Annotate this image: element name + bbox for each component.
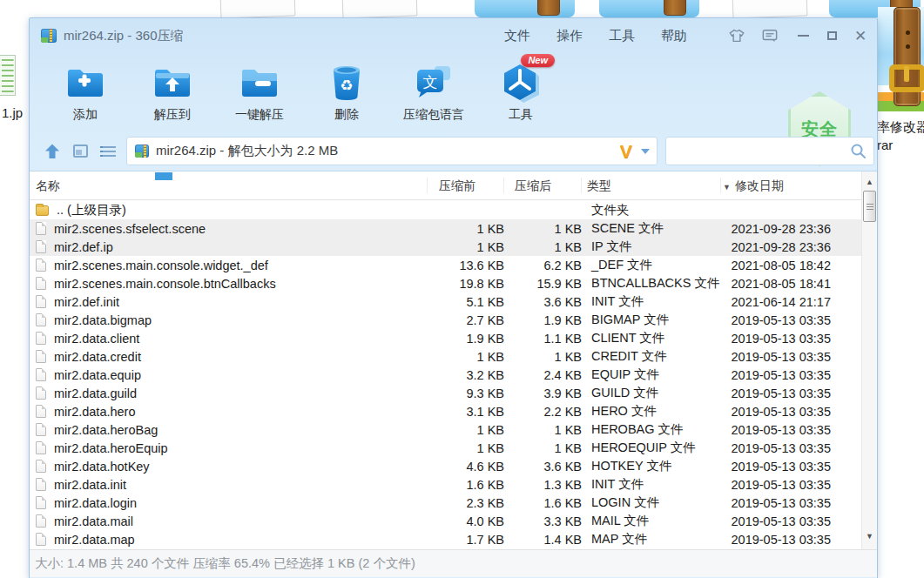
file-row[interactable]: mir2.data.map 1.7 KB 1.4 KB MAP 文件 2019-… bbox=[30, 530, 861, 548]
file-type-icon bbox=[36, 533, 46, 546]
file-name: mir2.data.credit bbox=[54, 350, 141, 364]
column-header-type[interactable]: 类型 bbox=[582, 178, 721, 193]
file-date: 2019-05-13 03:35 bbox=[721, 368, 831, 382]
file-size-after: 3.6 KB bbox=[504, 460, 582, 474]
file-type: EQUIP 文件 bbox=[582, 366, 721, 383]
file-type: HEROEQUIP 文件 bbox=[582, 440, 721, 456]
list-view-button[interactable] bbox=[98, 142, 118, 161]
skin-icon[interactable] bbox=[729, 28, 745, 44]
svg-text:♻: ♻ bbox=[340, 77, 353, 94]
menu-help[interactable]: 帮助 bbox=[661, 28, 687, 44]
toolbar: 添加 解压到 一键解压 bbox=[30, 53, 877, 131]
file-row[interactable]: mir2.data.credit 1 KB 1 KB CREDIT 文件 201… bbox=[30, 347, 861, 366]
file-size-before: 4.6 KB bbox=[428, 460, 504, 474]
file-row[interactable]: mir2.scenes.main.console.widget._def 13.… bbox=[30, 256, 861, 274]
rar-archive-icon[interactable] bbox=[878, 7, 924, 117]
file-name: .. (上级目录) bbox=[57, 202, 126, 218]
column-header-before[interactable]: 压缩前 bbox=[428, 178, 504, 193]
scroll-up-icon[interactable]: ▲ bbox=[862, 174, 877, 190]
menu-operation[interactable]: 操作 bbox=[556, 28, 583, 44]
search-input[interactable] bbox=[673, 144, 850, 158]
close-button[interactable]: ✕ bbox=[853, 28, 868, 44]
file-date: 2021-06-14 21:17 bbox=[721, 295, 831, 309]
extract-to-button[interactable]: 解压到 bbox=[129, 60, 216, 123]
file-row[interactable]: mir2.def.init 5.1 KB 3.6 KB INIT 文件 2021… bbox=[30, 292, 861, 311]
desktop-image-label[interactable]: 1.jp bbox=[2, 105, 23, 120]
file-name: mir2.scenes.sfselect.scene bbox=[54, 222, 206, 236]
scrollbar-thumb[interactable] bbox=[863, 191, 876, 222]
file-type-icon bbox=[36, 460, 46, 473]
file-row[interactable]: mir2.scenes.main.console.btnCallbacks 19… bbox=[30, 274, 861, 292]
one-key-folder-icon bbox=[239, 60, 280, 105]
column-header-name[interactable]: 名称 bbox=[30, 178, 428, 193]
desktop-archive-icon-fragment[interactable] bbox=[475, 0, 575, 17]
blue-fragment bbox=[155, 172, 172, 180]
desktop-file-icon-fragment[interactable] bbox=[220, 0, 296, 18]
feedback-icon[interactable] bbox=[762, 28, 778, 44]
file-row[interactable]: .. (上级目录) 文件夹 bbox=[30, 201, 861, 219]
tools-cube-icon: New bbox=[501, 60, 541, 105]
file-type: IP 文件 bbox=[582, 239, 721, 255]
file-type-icon bbox=[36, 386, 46, 400]
file-row[interactable]: mir2.data.client 1.9 KB 1.1 KB CLIENT 文件… bbox=[30, 329, 861, 347]
language-bubble-icon: 文 bbox=[414, 60, 454, 105]
maximize-button[interactable] bbox=[824, 28, 840, 44]
file-size-after: 1 KB bbox=[504, 423, 582, 437]
app-window: mir264.zip - 360压缩 文件 操作 工具 帮助 ✕ bbox=[29, 17, 878, 578]
file-size-after: 3.6 KB bbox=[504, 295, 582, 309]
titlebar[interactable]: mir264.zip - 360压缩 文件 操作 工具 帮助 ✕ bbox=[30, 18, 877, 53]
file-row[interactable]: mir2.data.mail 4.0 KB 3.3 KB MAIL 文件 201… bbox=[30, 512, 861, 530]
file-size-after: 2.4 KB bbox=[504, 368, 582, 382]
rar-file-label-line1[interactable]: 率修改器 bbox=[877, 119, 924, 136]
file-size-before: 3.1 KB bbox=[428, 405, 504, 419]
file-row[interactable]: mir2.data.heroBag 1 KB 1 KB HEROBAG 文件 2… bbox=[30, 420, 861, 439]
file-name: mir2.scenes.main.console.widget._def bbox=[54, 259, 268, 272]
file-row[interactable]: mir2.data.equip 3.2 KB 2.4 KB EQUIP 文件 2… bbox=[30, 366, 861, 384]
up-directory-button[interactable] bbox=[43, 142, 62, 161]
desktop-file-icon-fragment[interactable] bbox=[732, 0, 808, 18]
archive-language-button[interactable]: 文 压缩包语言 bbox=[390, 60, 477, 123]
file-size-after: 1 KB bbox=[504, 350, 582, 364]
thumbnail-view-icon bbox=[73, 144, 88, 158]
file-size-after: 1.4 KB bbox=[504, 533, 582, 547]
address-bar[interactable]: mir264.zip - 解包大小为 2.2 MB V bbox=[126, 137, 658, 165]
thumbnail-view-button[interactable] bbox=[71, 142, 90, 161]
address-text: mir264.zip - 解包大小为 2.2 MB bbox=[156, 143, 611, 159]
file-type-icon bbox=[36, 514, 46, 528]
file-size-before: 2.3 KB bbox=[428, 496, 504, 510]
menu-file[interactable]: 文件 bbox=[504, 28, 530, 44]
desktop-archive-icon-fragment[interactable] bbox=[599, 0, 699, 17]
one-key-extract-button[interactable]: 一键解压 bbox=[216, 60, 303, 123]
add-button[interactable]: 添加 bbox=[42, 60, 129, 123]
rar-file-label-line2[interactable]: rar bbox=[877, 138, 893, 152]
search-box[interactable] bbox=[665, 137, 874, 165]
file-row[interactable]: mir2.def.ip 1 KB 1 KB IP 文件 2021-09-28 2… bbox=[30, 238, 861, 256]
desktop-file-icon-fragment[interactable] bbox=[342, 0, 418, 18]
svg-text:文: 文 bbox=[423, 74, 438, 91]
scroll-down-icon[interactable]: ▼ bbox=[862, 528, 877, 544]
desktop-image-thumbnail[interactable] bbox=[0, 55, 16, 96]
tools-button[interactable]: New 工具 bbox=[477, 60, 564, 123]
file-size-before: 4.0 KB bbox=[428, 514, 504, 528]
file-row[interactable]: mir2.data.heroEquip 1 KB 1 KB HEROEQUIP … bbox=[30, 439, 861, 457]
file-row[interactable]: mir2.data.hero 3.1 KB 2.2 KB HERO 文件 201… bbox=[30, 402, 861, 420]
vertical-scrollbar[interactable]: ▲ ▼ bbox=[861, 171, 877, 549]
file-type: HERO 文件 bbox=[582, 403, 721, 420]
file-row[interactable]: mir2.data.bigmap 2.7 KB 1.9 KB BIGMAP 文件… bbox=[30, 311, 861, 329]
search-icon[interactable] bbox=[850, 143, 867, 159]
menu-tools[interactable]: 工具 bbox=[609, 28, 635, 44]
file-size-before: 1 KB bbox=[428, 423, 504, 437]
file-row[interactable]: mir2.data.hotKey 4.6 KB 3.6 KB HOTKEY 文件… bbox=[30, 457, 861, 475]
file-row[interactable]: mir2.data.login 2.3 KB 1.6 KB LOGIN 文件 2… bbox=[30, 494, 861, 512]
file-name: mir2.data.heroEquip bbox=[54, 441, 168, 455]
minimize-button[interactable] bbox=[795, 28, 811, 44]
file-type: BIGMAP 文件 bbox=[582, 312, 721, 328]
v-dropdown[interactable]: V bbox=[611, 142, 650, 160]
file-row[interactable]: mir2.data.guild 9.3 KB 3.9 KB GUILD 文件 2… bbox=[30, 384, 861, 402]
file-row[interactable]: mir2.scenes.sfselect.scene 1 KB 1 KB SCE… bbox=[30, 219, 861, 238]
file-row[interactable]: mir2.data.init 1.6 KB 1.3 KB INIT 文件 201… bbox=[30, 475, 861, 494]
column-header-date[interactable]: ▼修改日期 bbox=[721, 178, 831, 193]
column-header-after[interactable]: 压缩后 bbox=[504, 178, 582, 193]
delete-button[interactable]: ♻ 删除 bbox=[303, 60, 390, 123]
file-size-before: 1.7 KB bbox=[428, 533, 504, 547]
